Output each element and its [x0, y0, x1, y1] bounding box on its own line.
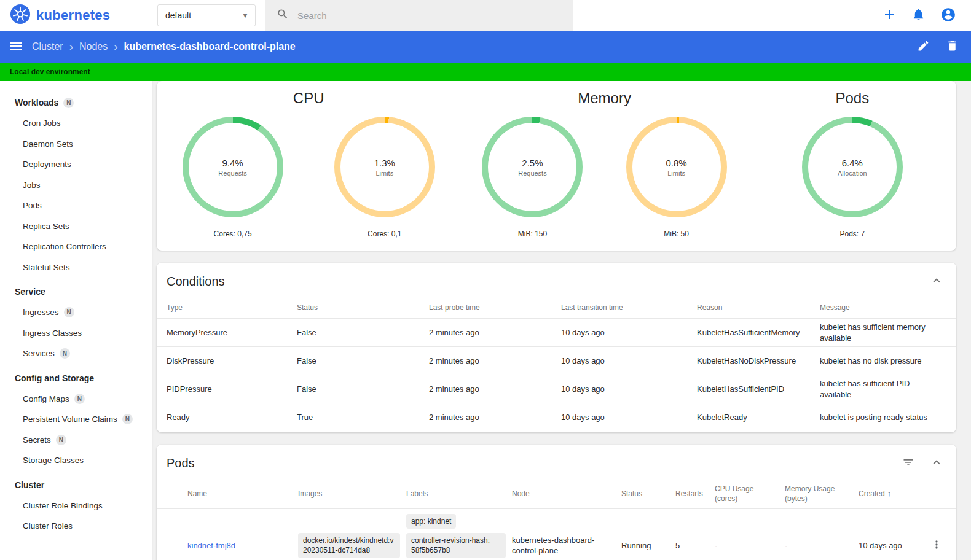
- sidebar-section-service: Service: [0, 281, 152, 302]
- notifications-button[interactable]: [911, 7, 926, 23]
- chevron-right-icon: ›: [69, 41, 73, 53]
- gauge-cpu-requests: 9.4% Requests Cores: 0,75: [183, 117, 283, 238]
- conditions-header-row: Type Status Last probe time Last transit…: [157, 297, 956, 318]
- cell-status: False: [297, 327, 429, 338]
- donut-chart: 0.8% Limits: [626, 117, 727, 217]
- cell-images: docker.io/kindest/kindnetd:v20230511-dc7…: [298, 533, 406, 558]
- cell-message: kubelet has no disk pressure: [820, 356, 949, 367]
- sidebar-item-jobs[interactable]: Jobs: [0, 175, 152, 196]
- account-button[interactable]: [940, 7, 956, 25]
- search-input[interactable]: [297, 10, 562, 21]
- cell-reason: KubeletHasNoDiskPressure: [697, 356, 820, 367]
- more-vert-icon: [930, 539, 943, 553]
- menu-button[interactable]: [9, 39, 23, 55]
- sidebar-item-cluster-role-bindings[interactable]: Cluster Role Bindings: [0, 496, 152, 516]
- column-header-name[interactable]: Name: [187, 489, 298, 499]
- sidebar-item-daemon-sets[interactable]: Daemon Sets: [0, 134, 152, 155]
- cell-probe: 2 minutes ago: [429, 412, 561, 423]
- sidebar-item-services[interactable]: Services N: [0, 343, 152, 364]
- gauge-caption: MiB: 50: [664, 230, 689, 238]
- gauge-group-title-memory: Memory: [460, 90, 748, 107]
- node-allocation-card: CPU 9.4% Requests Cores: 0,75: [157, 81, 956, 251]
- filter-pods-button[interactable]: [898, 453, 918, 473]
- sidebar-item-ingresses[interactable]: Ingresses N: [0, 302, 152, 323]
- cell-probe: 2 minutes ago: [429, 384, 561, 395]
- sidebar-item-replication-controllers[interactable]: Replication Controllers: [0, 236, 152, 257]
- cell-message: kubelet is posting ready status: [820, 412, 949, 423]
- sidebar-item-secrets[interactable]: Secrets N: [0, 430, 152, 451]
- breadcrumb-nodes[interactable]: Nodes: [79, 41, 108, 52]
- hamburger-icon: [9, 39, 23, 55]
- cell-restarts: 5: [675, 540, 715, 551]
- conditions-title: Conditions: [167, 274, 225, 289]
- create-resource-button[interactable]: [882, 7, 897, 24]
- filter-icon: [902, 456, 914, 470]
- breadcrumb-cluster[interactable]: Cluster: [32, 41, 63, 52]
- cell-type: MemoryPressure: [167, 327, 297, 338]
- sidebar-nav: Workloads N Cron Jobs Daemon Sets Deploy…: [0, 81, 152, 560]
- label-chip: controller-revision-hash: 58f5b657b8: [406, 533, 506, 558]
- column-header-created[interactable]: Created ↑: [859, 488, 922, 499]
- cell-status-indicator: [167, 540, 187, 551]
- gauge-label: Limits: [667, 169, 685, 177]
- collapse-pods-button[interactable]: [927, 453, 946, 473]
- column-header-reason: Reason: [697, 303, 820, 313]
- sidebar-item-cron-jobs[interactable]: Cron Jobs: [0, 113, 152, 134]
- row-menu-button[interactable]: [930, 539, 943, 553]
- page-title: kubernetes-dashboard-control-plane: [124, 41, 296, 52]
- donut-chart: 9.4% Requests: [183, 117, 283, 217]
- top-actions: [882, 7, 956, 25]
- sidebar-item-label: Stateful Sets: [23, 263, 70, 272]
- gauge-group-title-cpu: CPU: [157, 90, 460, 107]
- sidebar-item-label: Secrets: [23, 435, 51, 445]
- sidebar-item-config-maps[interactable]: Config Maps N: [0, 389, 152, 410]
- sidebar-item-deployments[interactable]: Deployments: [0, 154, 152, 175]
- sort-ascending-icon: ↑: [887, 488, 892, 499]
- delete-button[interactable]: [946, 39, 959, 54]
- kubernetes-home-link[interactable]: kubernetes: [10, 4, 152, 27]
- chevron-right-icon: ›: [114, 41, 117, 53]
- gauge-percent: 0.8%: [666, 158, 687, 168]
- new-badge: N: [60, 348, 70, 359]
- collapse-conditions-button[interactable]: [927, 271, 946, 291]
- edit-button[interactable]: [917, 39, 930, 54]
- sidebar-item-storage-classes[interactable]: Storage Classes: [0, 450, 152, 471]
- page-app-bar: Cluster › Nodes › kubernetes-dashboard-c…: [0, 31, 971, 63]
- pods-header-row: Name Images Labels Node Status Restarts …: [157, 479, 956, 508]
- cell-message: kubelet has sufficient memory available: [820, 322, 949, 343]
- sidebar-item-stateful-sets[interactable]: Stateful Sets: [0, 257, 152, 278]
- pod-link[interactable]: kindnet-fmj8d: [187, 541, 235, 550]
- cell-actions: [922, 539, 949, 553]
- cell-status: False: [297, 356, 429, 367]
- namespace-selector[interactable]: default ▼: [157, 4, 256, 26]
- bell-icon: [911, 7, 926, 23]
- sidebar-item-cluster-roles[interactable]: Cluster Roles: [0, 516, 152, 537]
- gauge-percent: 2.5%: [522, 158, 543, 168]
- sidebar-item-pods[interactable]: Pods: [0, 195, 152, 216]
- new-badge: N: [122, 414, 133, 424]
- gauge-label: Limits: [375, 169, 393, 177]
- sidebar-item-workloads[interactable]: Workloads N: [0, 92, 152, 113]
- gauge-memory-limits: 0.8% Limits MiB: 50: [626, 117, 727, 238]
- gauge-caption: Pods: 7: [840, 230, 865, 238]
- environment-banner-text: Local dev environment: [10, 68, 90, 76]
- sidebar-section-label: Workloads: [15, 98, 58, 107]
- sidebar-item-ingress-classes[interactable]: Ingress Classes: [0, 323, 152, 344]
- conditions-row-ready: Ready True 2 minutes ago 10 days ago Kub…: [157, 403, 956, 431]
- sidebar-item-label: Cluster Roles: [23, 521, 73, 531]
- sidebar-item-persistent-volume-claims[interactable]: Persistent Volume Claims N: [0, 409, 152, 430]
- kubernetes-helm-icon: [10, 4, 31, 27]
- column-header-status: Status: [297, 303, 429, 313]
- sidebar-item-label: Ingress Classes: [23, 329, 82, 338]
- main-content: CPU 9.4% Requests Cores: 0,75: [152, 81, 971, 560]
- cell-created: 10 days ago: [859, 540, 922, 551]
- gauge-caption: MiB: 150: [518, 230, 547, 238]
- cell-labels: app: kindnet controller-revision-hash: 5…: [406, 514, 512, 560]
- sidebar-item-replica-sets[interactable]: Replica Sets: [0, 216, 152, 237]
- sidebar-section-label: Service: [15, 287, 45, 297]
- trash-icon: [946, 39, 959, 54]
- cell-probe: 2 minutes ago: [429, 327, 561, 338]
- cell-node: kubernetes-dashboard-control-plane: [512, 535, 621, 556]
- sidebar-item-label: Cron Jobs: [23, 119, 61, 128]
- sidebar-item-label: Jobs: [23, 181, 41, 190]
